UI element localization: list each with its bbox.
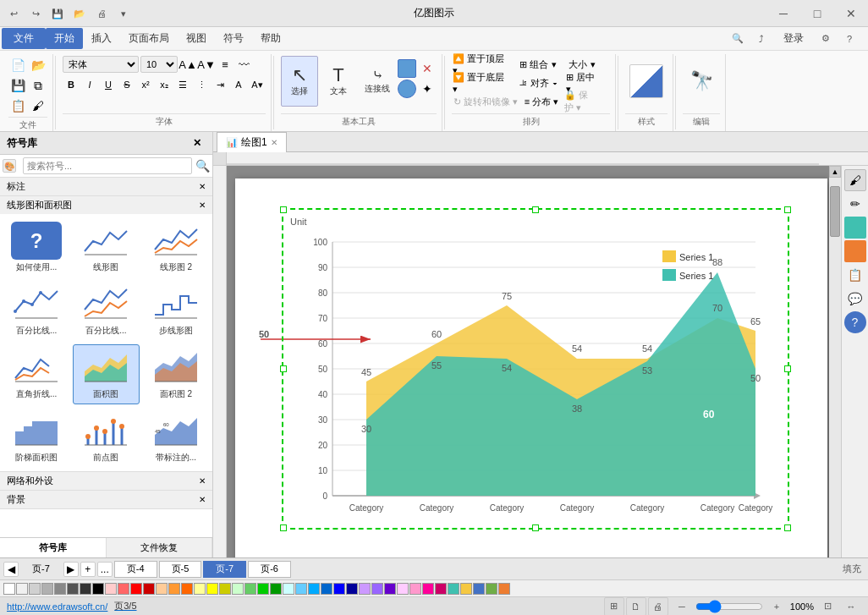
view-normal[interactable]: ⊞ — [604, 597, 624, 616]
symbol-item-line[interactable]: 线形图 — [73, 217, 139, 277]
tool-text[interactable]: T 文本 — [320, 56, 357, 107]
color-purple1[interactable] — [371, 583, 383, 595]
right-btn-help[interactable]: ? — [844, 311, 866, 333]
right-btn-orange[interactable] — [844, 240, 866, 262]
color-yellow[interactable] — [206, 583, 218, 595]
symbol-search-btn[interactable]: 🔍 — [195, 159, 210, 173]
tool-select[interactable]: ↖ 选择 — [281, 56, 318, 107]
color-black[interactable] — [92, 583, 104, 595]
color-gray2[interactable] — [41, 583, 53, 595]
ribbon-paste[interactable]: 📋 — [8, 96, 27, 115]
toolbar-settings[interactable]: ⚙ — [816, 30, 836, 48]
font-strike[interactable]: S — [118, 76, 135, 93]
symbol-item-area[interactable]: 面积图 — [73, 344, 139, 404]
color-teal[interactable] — [448, 583, 459, 595]
color-green1[interactable] — [244, 583, 256, 595]
arrange-align[interactable]: ⫡ 对齐 ▾ — [513, 74, 563, 91]
symbol-section-bianzhu-close[interactable]: ✕ — [199, 182, 206, 191]
scroll-v-track[interactable] — [829, 178, 841, 557]
arrange-rotate[interactable]: ↻ 旋转和镜像 ▾ — [452, 93, 519, 110]
symbol-section-background-header[interactable]: 背景 ✕ — [0, 491, 212, 508]
font-bold[interactable]: B — [63, 76, 80, 93]
symbol-item-stairs[interactable]: 阶梯面积图 — [3, 408, 69, 468]
color-charcoal[interactable] — [80, 583, 91, 595]
color-lightgray[interactable] — [16, 583, 28, 595]
toolbar-open[interactable]: 📂 — [69, 4, 90, 23]
shape-star[interactable]: ✦ — [418, 80, 437, 98]
arrange-group[interactable]: ⊞ 组合 ▾ — [513, 56, 563, 73]
page-tab-4[interactable]: 页-4 — [114, 561, 157, 578]
font-highlight[interactable]: A▾ — [249, 76, 266, 93]
page-nav-left[interactable]: ◀ — [3, 562, 19, 577]
symbol-section-linechart-header[interactable]: 线形图和面积图 ✕ — [0, 196, 212, 214]
fit-page[interactable]: ⊡ — [817, 597, 838, 616]
color-red[interactable] — [130, 583, 142, 595]
window-maximize[interactable]: □ — [800, 0, 834, 27]
color-lightcyan[interactable] — [283, 583, 294, 595]
right-btn-book[interactable]: 📋 — [844, 264, 866, 286]
scroll-up-btn[interactable]: ▲ — [829, 166, 841, 178]
color-purple2[interactable] — [384, 583, 396, 595]
toolbar-print[interactable]: 🖨 — [91, 4, 112, 23]
ribbon-copy[interactable]: ⧉ — [29, 76, 47, 95]
color-pink1[interactable] — [397, 583, 409, 595]
color-skyblue[interactable] — [295, 583, 307, 595]
window-close[interactable]: ✕ — [834, 0, 868, 27]
font-subscript[interactable]: x₂ — [156, 76, 173, 93]
page-tab-5[interactable]: 页-5 — [159, 561, 202, 578]
symbol-item-rectline[interactable]: 直角折线... — [3, 344, 69, 404]
page-nav-right[interactable]: ▶ — [63, 562, 79, 577]
shape-x[interactable]: ✕ — [418, 59, 437, 78]
color-lightyellow[interactable] — [194, 583, 206, 595]
menu-insert[interactable]: 插入 — [83, 28, 120, 49]
menu-page-layout[interactable]: 页面布局 — [120, 28, 178, 49]
color-olive[interactable] — [486, 583, 497, 595]
font-align[interactable]: ≡ — [217, 56, 233, 73]
color-darkred[interactable] — [143, 583, 155, 595]
color-peach[interactable] — [156, 583, 168, 595]
font-list[interactable]: ☰ — [174, 76, 191, 93]
color-darkorange[interactable] — [181, 583, 193, 595]
arrange-distribute[interactable]: ≡ 分布 ▾ — [521, 93, 562, 110]
color-lavender[interactable] — [359, 583, 371, 595]
color-darkpink[interactable] — [435, 583, 447, 595]
toolbar-undo[interactable]: ↩ — [3, 4, 24, 23]
canvas-tab-drawing[interactable]: 📊 绘图1 ✕ — [217, 132, 287, 152]
font-family-select[interactable]: 宋体 — [63, 56, 139, 73]
color-darkyellow[interactable] — [219, 583, 231, 595]
arrange-size[interactable]: 大小 ▾ — [565, 56, 599, 73]
font-size-increase[interactable]: A▲ — [179, 56, 196, 73]
style-panel[interactable] — [625, 56, 667, 107]
menu-view[interactable]: 视图 — [178, 28, 215, 49]
font-underline[interactable]: U — [100, 76, 117, 93]
color-blue2[interactable] — [321, 583, 332, 595]
toolbar-search[interactable]: 🔍 — [728, 30, 748, 48]
canvas-surface[interactable]: Unit — [227, 166, 841, 557]
symbol-item-line2[interactable]: 线形图 2 — [143, 217, 209, 277]
color-gray3[interactable] — [54, 583, 66, 595]
color-lightred[interactable] — [105, 583, 117, 595]
arrange-protect[interactable]: 🔒 保护 ▾ — [563, 93, 597, 110]
symbol-panel-close[interactable]: ✕ — [189, 135, 206, 151]
toolbar-login[interactable]: 登录 — [775, 28, 812, 49]
right-btn-color-swatch[interactable] — [844, 217, 866, 239]
right-btn-pencil[interactable]: ✏ — [844, 193, 866, 215]
font-italic[interactable]: I — [81, 76, 98, 93]
panel-tab-symbols[interactable]: 符号库 — [0, 538, 107, 557]
font-superscript[interactable]: x² — [137, 76, 154, 93]
symbol-section-network-header[interactable]: 网络和外设 ✕ — [0, 472, 212, 490]
page-tab-7[interactable]: 页-7 — [203, 561, 246, 578]
ribbon-save-file[interactable]: 💾 — [8, 76, 27, 95]
ribbon-format-paint[interactable]: 🖌 — [29, 96, 47, 115]
symbol-item-step[interactable]: 步线形图 — [143, 281, 209, 341]
symbol-item-help[interactable]: ? 如何使用... — [3, 217, 69, 277]
edit-panel[interactable]: 🔭 — [683, 56, 720, 107]
right-btn-chat[interactable]: 💬 — [844, 288, 866, 310]
font-color[interactable]: A — [230, 76, 247, 93]
ribbon-open-file[interactable]: 📂 — [29, 56, 47, 74]
color-darkgray[interactable] — [67, 583, 79, 595]
zoom-out[interactable]: ─ — [672, 597, 692, 616]
page-more[interactable]: ... — [97, 562, 113, 577]
symbol-item-pctline[interactable]: 百分比线... — [3, 281, 69, 341]
shape-rect[interactable] — [398, 59, 416, 78]
